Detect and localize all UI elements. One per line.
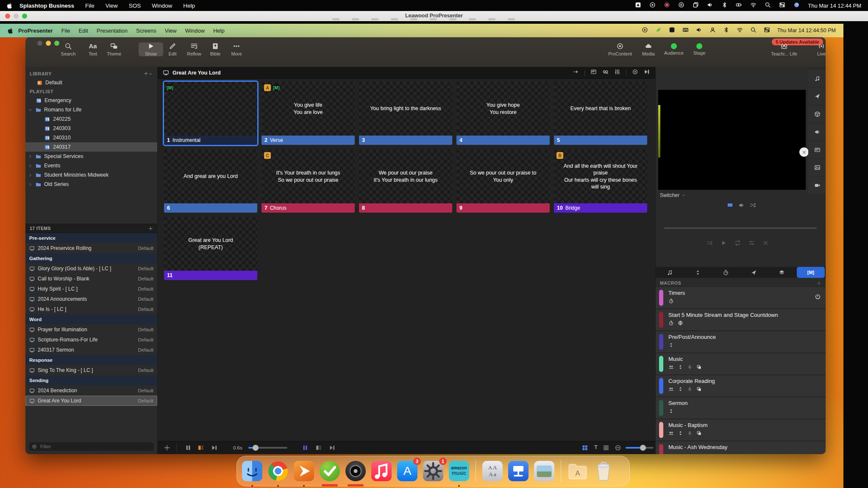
switcher-megaphone-icon[interactable] — [738, 202, 745, 210]
macro-pre-post-announce[interactable]: Pre/Post/Announce — [656, 331, 826, 353]
remote-menu-screens[interactable]: Screens — [132, 28, 161, 34]
dock-icon-settings[interactable]: 1 — [421, 459, 445, 483]
host-siri-icon[interactable] — [793, 2, 800, 9]
dock-icon-trash[interactable] — [592, 459, 615, 483]
panel-tab-timer-icon[interactable] — [712, 267, 740, 278]
action-slide-doc-icon[interactable] — [590, 69, 597, 77]
host-menu-help[interactable]: Help — [178, 3, 200, 9]
slide-6[interactable]: And great are you Lord6 — [164, 150, 257, 213]
playback-sliders-icon[interactable] — [748, 240, 755, 248]
filter-box[interactable] — [29, 442, 154, 451]
host-battery-icon[interactable] — [736, 2, 742, 9]
host-windows-icon[interactable] — [693, 2, 699, 9]
duration-slider-knob[interactable] — [253, 445, 259, 451]
host-spotlight-icon[interactable] — [765, 2, 771, 9]
remote-menu-edit[interactable]: Edit — [75, 28, 92, 34]
action-mixer-icon[interactable] — [614, 69, 620, 77]
dock-icon-amazon-music[interactable]: amazonmusic — [447, 459, 471, 483]
host-bluetooth-icon[interactable] — [721, 2, 728, 9]
bin-music-note-icon[interactable] — [808, 70, 826, 87]
panel-tab-layers-icon[interactable] — [768, 267, 796, 278]
playlist-item[interactable]: Call to Worship - BlankDefault — [25, 274, 157, 284]
remote-play-circle-icon[interactable] — [642, 27, 648, 34]
host-app-name[interactable]: Splashtop Business — [15, 3, 79, 9]
host-record-icon[interactable] — [664, 2, 670, 9]
slide-7[interactable]: It's Your breath in our lungs So we pour… — [262, 150, 355, 213]
bin-megaphone-icon[interactable] — [808, 123, 826, 140]
host-menu-view[interactable]: View — [101, 3, 122, 9]
playlist-tree-240317[interactable]: 240317 — [25, 142, 157, 152]
remote-bluetooth-icon[interactable] — [723, 27, 729, 34]
playlist-tree-romans-for-life[interactable]: Romans for Life — [25, 105, 157, 114]
slide-5[interactable]: Every heart that is broken5 — [554, 82, 647, 145]
playback-shuffle-icon[interactable] — [707, 240, 713, 248]
toolbar-show-button[interactable]: Show — [139, 42, 163, 56]
toolbar-edit-button[interactable]: Edit — [160, 42, 185, 56]
host-splashtop-icon[interactable] — [635, 2, 641, 9]
remote-propresenter-icon[interactable] — [669, 27, 675, 34]
bin-send-icon[interactable] — [808, 88, 826, 105]
view-text-icon[interactable]: T — [594, 444, 598, 450]
filter-input[interactable] — [39, 444, 151, 449]
host-play-circle-icon[interactable] — [649, 2, 656, 9]
toolbar-procontent-button[interactable]: ProContent — [604, 42, 636, 56]
switcher-display-blue-icon[interactable] — [727, 202, 733, 210]
playlist-item[interactable]: 2024 Preservice RollingDefault — [25, 243, 157, 253]
slide-1[interactable]: [M]1Instrumental — [164, 82, 257, 145]
remote-control-center-icon[interactable] — [764, 27, 770, 34]
close-traffic-light[interactable] — [37, 41, 42, 46]
timeline-track[interactable] — [664, 227, 817, 229]
dock-icon-keynote[interactable] — [506, 459, 530, 483]
transport-grid-icon[interactable] — [581, 444, 588, 451]
transport-add-icon[interactable] — [164, 444, 170, 451]
playlist-item[interactable]: 2024 AnnouncementsDefault — [25, 294, 157, 304]
transport-skip-icon[interactable] — [329, 444, 336, 451]
toolbar-stage-button[interactable]: Stage — [683, 42, 715, 55]
host-control-center-icon[interactable] — [779, 2, 785, 9]
macro-timers[interactable]: Timers — [656, 287, 826, 309]
macro-music-baptism[interactable]: Music - Baptism — [656, 419, 826, 441]
playlist-item[interactable]: 2024 BenedictionDefault — [25, 385, 157, 396]
transport-dissolve-icon[interactable] — [198, 444, 204, 451]
library-item-default[interactable]: Default — [25, 78, 157, 87]
dock-icon-chrome[interactable] — [266, 459, 290, 483]
remote-keyboard-icon[interactable] — [682, 27, 689, 34]
add-library-icon[interactable] — [144, 71, 148, 77]
action-reel-icon[interactable] — [602, 69, 609, 77]
playlist-tree-240310[interactable]: 240310 — [25, 133, 157, 142]
macro-power-icon[interactable] — [815, 294, 821, 302]
remote-menu-file[interactable]: File — [57, 28, 75, 34]
dock-icon-speaker-app[interactable] — [344, 459, 367, 483]
bin-image-icon[interactable] — [808, 159, 826, 176]
bin-card-list-icon[interactable] — [808, 141, 826, 158]
switcher-dropdown[interactable]: Switcher — [660, 192, 686, 198]
playlist-tree-240225[interactable]: 240225 — [25, 114, 157, 124]
toolbar-live-button[interactable]: Live — [805, 42, 826, 56]
macro-corporate-reading[interactable]: Corporate Reading — [656, 375, 826, 397]
host-wifi-icon[interactable] — [750, 2, 757, 9]
dock-icon-font-book[interactable]: A AA a — [481, 459, 504, 483]
playlist-tree-events[interactable]: Events — [25, 161, 157, 170]
playback-play-icon[interactable] — [721, 240, 727, 248]
toolbar-teachi----life-button[interactable]: Teachi... Life — [768, 42, 800, 56]
transport-dissolve-icon[interactable] — [315, 444, 322, 451]
panel-tab-[M][interactable]: [M] — [797, 267, 825, 278]
dock-icon-propresenter[interactable] — [292, 459, 316, 483]
host-clock[interactable]: Thu Mar 14 12:44 PM — [808, 3, 861, 9]
clear-preview-button[interactable] — [799, 147, 809, 157]
playlist-item[interactable]: Sing To The King - [ LC ]Default — [25, 365, 157, 375]
action-skip-icon[interactable] — [644, 69, 650, 77]
add-macro-icon[interactable] — [817, 281, 821, 286]
playlist-item[interactable]: Great Are You LordDefault — [25, 396, 157, 406]
bin-camera-icon[interactable] — [808, 177, 826, 194]
slide-3[interactable]: You bring light to the darkness3 — [359, 82, 452, 145]
minimize-traffic-light[interactable] — [46, 41, 51, 46]
host-volume-icon[interactable] — [707, 2, 713, 9]
switcher-shuffle-icon[interactable] — [750, 202, 756, 210]
host-menu-window[interactable]: Window — [147, 3, 177, 9]
add-item-icon[interactable] — [148, 226, 153, 231]
remote-clock[interactable]: Thu Mar 14 12:44:50 PM — [777, 28, 836, 33]
playlist-tree-240303[interactable]: 240303 — [25, 124, 157, 133]
slide-8[interactable]: We pour out our praise It's Your breath … — [359, 150, 452, 213]
panel-tab-send-icon[interactable] — [740, 267, 768, 278]
